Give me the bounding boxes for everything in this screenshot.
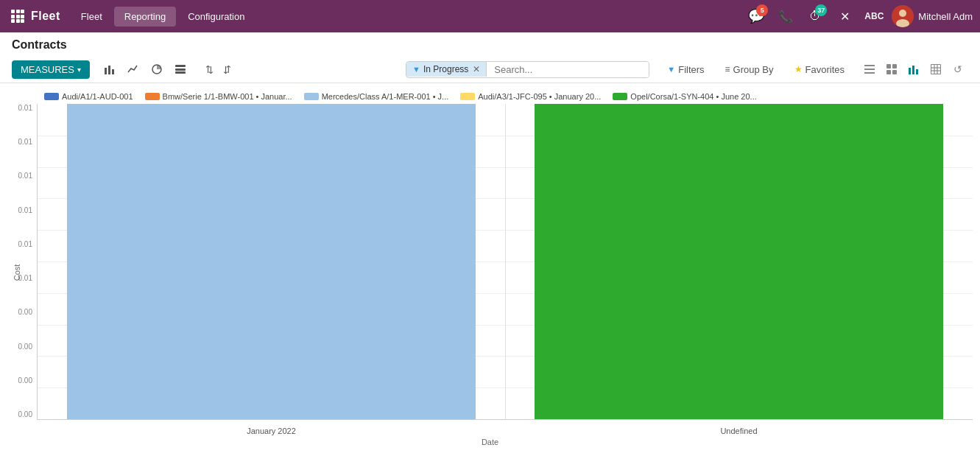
chart-plot: January 2022 Undefined (37, 104, 973, 420)
toolbar: MEASURES ▾ ⇅ ⇵ ▼ In Progress ✕ (0, 56, 980, 83)
groupby-button[interactable]: ≡ Group By (719, 61, 780, 78)
svg-rect-26 (909, 68, 911, 74)
barchart-view-btn[interactable] (903, 60, 924, 79)
svg-rect-12 (105, 68, 107, 74)
user-menu[interactable]: Mitchell Adm (892, 5, 973, 27)
svg-rect-7 (16, 19, 20, 23)
svg-rect-8 (21, 19, 24, 23)
kanban-view-btn[interactable] (881, 60, 902, 79)
bar-group-2 (505, 104, 973, 419)
svg-rect-18 (175, 71, 186, 74)
y-label-7: 0.01 (18, 206, 32, 214)
svg-rect-27 (912, 66, 914, 74)
refresh-btn[interactable]: ↺ (948, 60, 968, 79)
view-type-icons: ↺ (859, 60, 968, 79)
bar-group-1 (38, 104, 505, 419)
chart-legend: Audi/A1/1-AUD-001 Bmw/Serie 1/1-BMW-001 … (0, 89, 980, 104)
pie-chart-icon[interactable] (146, 59, 168, 80)
svg-point-10 (899, 10, 906, 17)
x-axis-labels: January 2022 Undefined (38, 427, 973, 435)
chart-wrapper: Cost 0.01 0.01 0.01 0.01 0.01 0.01 0.00 … (0, 104, 980, 441)
svg-rect-14 (112, 69, 114, 74)
chart-area: Audi/A1/1-AUD-001 Bmw/Serie 1/1-BMW-001 … (0, 83, 980, 449)
svg-rect-4 (16, 15, 20, 18)
sort-desc-icon[interactable]: ⇵ (216, 59, 239, 80)
bar-jan-2022 (67, 104, 476, 419)
svg-rect-29 (931, 65, 941, 74)
filter-icon: ▼ (412, 65, 420, 74)
legend-item-5: Opel/Corsa/1-SYN-404 • June 20... (613, 92, 756, 101)
svg-rect-25 (892, 70, 897, 74)
svg-rect-3 (11, 15, 15, 18)
legend-label-5: Opel/Corsa/1-SYN-404 • June 20... (630, 92, 756, 101)
svg-rect-22 (886, 64, 891, 69)
measures-caret-icon: ▾ (77, 66, 81, 74)
menu-configuration[interactable]: Configuration (177, 7, 255, 27)
messages-badge: 5 (756, 4, 768, 16)
svg-rect-28 (916, 69, 918, 74)
svg-rect-1 (16, 10, 20, 13)
clock-icon[interactable]: ⏱ 37 (803, 4, 827, 28)
legend-color-1 (44, 93, 59, 100)
search-input[interactable] (487, 62, 649, 77)
svg-rect-19 (864, 65, 875, 66)
topnav: Fleet Fleet Reporting Configuration 💬 5 … (0, 0, 980, 32)
stack-icon[interactable] (169, 59, 191, 80)
grid-menu-icon[interactable] (7, 6, 28, 27)
x-label-undefined: Undefined (505, 427, 973, 435)
user-name: Mitchell Adm (918, 11, 973, 22)
filter-tag-close[interactable]: ✕ (473, 64, 480, 74)
y-label-3: 0.00 (18, 343, 32, 351)
filter-funnel-icon: ▼ (667, 65, 675, 74)
list-view-btn[interactable] (859, 60, 880, 79)
legend-color-5 (613, 93, 627, 100)
y-label-2: 0.00 (18, 376, 32, 385)
app-logo[interactable]: Fleet (31, 10, 60, 23)
svg-rect-2 (21, 10, 24, 13)
legend-label-1: Audi/A1/1-AUD-001 (62, 92, 133, 101)
legend-label-4: Audi/A3/1-JFC-095 • January 20... (478, 92, 601, 101)
grid-table-view-btn[interactable] (926, 60, 946, 79)
svg-rect-5 (21, 15, 24, 18)
groupby-icon: ≡ (725, 64, 730, 74)
clock-badge: 37 (815, 4, 827, 16)
legend-color-2 (145, 93, 160, 100)
bar-undefined (535, 104, 943, 419)
menu-fleet[interactable]: Fleet (71, 7, 113, 27)
svg-rect-24 (886, 70, 891, 74)
y-label-8: 0.01 (18, 172, 32, 180)
svg-rect-21 (864, 72, 875, 74)
abc-icon[interactable]: ABC (862, 4, 886, 28)
favorites-button[interactable]: ★ Favorites (789, 61, 850, 78)
menu-reporting[interactable]: Reporting (114, 7, 176, 27)
toolbar-right: ▼ Filters ≡ Group By ★ Favorites ↺ (661, 60, 968, 79)
filters-label: Filters (678, 64, 704, 75)
phone-icon[interactable]: 📞 (774, 4, 797, 28)
filter-tag[interactable]: ▼ In Progress ✕ (406, 62, 487, 77)
page-title: Contracts (12, 38, 67, 52)
svg-rect-23 (892, 64, 897, 69)
legend-label-3: Mercedes/Class A/1-MER-001 • J... (322, 92, 449, 101)
svg-rect-16 (175, 65, 186, 67)
svg-rect-17 (175, 69, 186, 71)
close-icon[interactable]: ✕ (833, 4, 856, 28)
filters-button[interactable]: ▼ Filters (661, 61, 710, 78)
bar-chart-icon[interactable] (99, 59, 121, 80)
star-icon: ★ (794, 64, 803, 74)
filter-tag-label: In Progress (423, 64, 468, 74)
legend-item-2: Bmw/Serie 1/1-BMW-001 • Januar... (145, 92, 292, 101)
legend-color-4 (460, 93, 475, 100)
y-axis-title: Cost (13, 264, 21, 281)
sort-asc-icon[interactable]: ⇅ (193, 59, 215, 80)
y-label-1: 0.00 (18, 410, 32, 418)
messages-icon[interactable]: 💬 5 (744, 4, 768, 28)
y-label-4: 0.00 (18, 308, 32, 316)
line-chart-icon[interactable] (122, 59, 144, 80)
legend-label-2: Bmw/Serie 1/1-BMW-001 • Januar... (163, 92, 292, 101)
topnav-icons: 💬 5 📞 ⏱ 37 ✕ ABC Mitchell Adm (744, 4, 973, 28)
measures-button[interactable]: MEASURES ▾ (12, 60, 90, 79)
y-label-6: 0.01 (18, 240, 32, 248)
legend-item-4: Audi/A3/1-JFC-095 • January 20... (460, 92, 601, 101)
legend-color-3 (304, 93, 319, 100)
y-axis-labels: 0.01 0.01 0.01 0.01 0.01 0.01 0.00 0.00 … (0, 104, 37, 420)
